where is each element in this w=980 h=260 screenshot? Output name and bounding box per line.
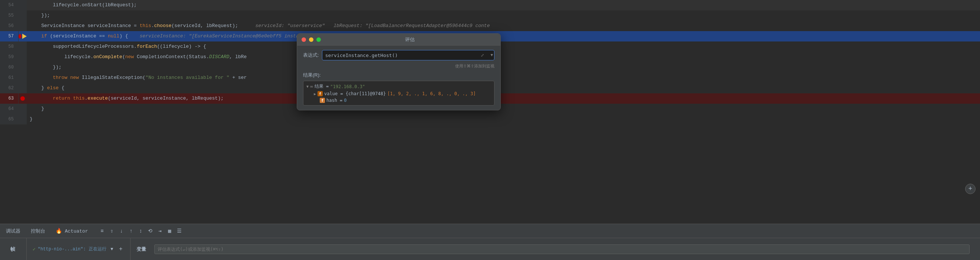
line-gutter (19, 41, 27, 52)
line-gutter (19, 10, 27, 21)
line-content: }); (27, 62, 980, 73)
line-gutter (19, 0, 27, 10)
toolbar-download-icon[interactable]: ↓ (118, 227, 125, 235)
dropdown-icon[interactable]: ▼ (490, 53, 493, 57)
line-content: } (27, 114, 980, 124)
line-content: return this.execute(serviceId, serviceIn… (27, 94, 980, 104)
expand-icon[interactable]: ⤢ (481, 53, 484, 58)
actuator-icon: 🔥 (56, 228, 62, 234)
toolbar-up-icon[interactable]: ⇧ (108, 227, 115, 235)
result-label: 结果(R): (303, 72, 495, 79)
line-number: 54 (0, 0, 19, 10)
add-frame-button[interactable]: + (118, 246, 124, 253)
table-row: 65 } (0, 114, 980, 124)
infinity-icon: ∞ (310, 84, 313, 89)
line-number: 61 (0, 73, 19, 83)
line-number: 62 (0, 83, 19, 94)
toolbar-grid-icon[interactable]: ▦ (166, 227, 173, 235)
result-hash-row: f hash = 0 (306, 98, 491, 103)
bottom-toolbar: 调试器 控制台 🔥 Actuator ≡ ⇧ ↓ ↑ ↕ ⟲ ⇥ ▦ ☰ (0, 224, 980, 238)
frames-label: 帧 (5, 238, 27, 260)
expr-input-wrap: ⤢ ▼ (322, 50, 495, 60)
debug-bar: 帧 ✓ "http-nio-...ain": 正在运行 ▼ + 变量 (0, 238, 980, 260)
line-number: 56 (0, 21, 19, 31)
field-r-icon: f (318, 91, 323, 96)
result-value-row: ▶ f value = {char[11]@9748} [1, 9, 2, .,… (306, 91, 491, 96)
line-gutter (19, 114, 27, 124)
eval-dialog-title: 评估 (324, 36, 496, 43)
line-content: } else { (27, 83, 980, 94)
line-gutter (19, 73, 27, 83)
table-row: 56 ServiceInstance serviceInstance = thi… (0, 21, 980, 31)
hash-value: 0 (344, 98, 347, 103)
toolbar-icons: ≡ ⇧ ↓ ↑ ↕ ⟲ ⇥ ▦ ☰ (98, 227, 183, 235)
toolbar-next-icon[interactable]: ⇥ (156, 227, 164, 235)
debug-vars-input[interactable] (154, 244, 970, 254)
line-number: 57 (0, 31, 19, 41)
result-root-row: ▼ ∞ 结果 = "192.168.0.3" (306, 83, 491, 90)
tab-actuator[interactable]: 🔥 Actuator (52, 226, 91, 236)
toolbar-reset-icon[interactable]: ⟲ (146, 227, 154, 235)
eval-titlebar: 评估 (297, 34, 500, 46)
toolbar-list-icon[interactable]: ☰ (175, 227, 183, 235)
line-content: supportedLifecycleProcessors.forEach((li… (27, 41, 980, 52)
line-number: 65 (0, 114, 19, 124)
frame-row: ✓ "http-nio-...ain": 正在运行 ▼ + (33, 246, 124, 253)
line-content: lifecycle.onStart(lbRequest); (27, 0, 980, 10)
breakpoint-icon (21, 96, 25, 101)
debug-frames: ✓ "http-nio-...ain": 正在运行 ▼ + (27, 238, 130, 260)
line-content: lifecycle.onComplete(new CompletionConte… (27, 52, 980, 62)
code-editor: 54 lifecycle.onStart(lbRequest); 55 }); … (0, 0, 980, 224)
line-number: 63 (0, 94, 19, 104)
tab-debugger[interactable]: 调试器 (3, 226, 23, 236)
line-content: throw new IllegalStateException("No inst… (27, 73, 980, 83)
debug-arrow-icon (22, 34, 27, 39)
expr-row: 表达式: ⤢ ▼ (303, 50, 495, 60)
line-gutter (19, 104, 27, 114)
line-gutter (19, 94, 27, 104)
line-number: 55 (0, 10, 19, 21)
add-watch-button[interactable]: + (965, 184, 975, 194)
line-content: }); (27, 10, 980, 21)
check-icon: ✓ (33, 246, 36, 252)
line-content: ServiceInstance serviceInstance = this.c… (27, 21, 980, 31)
maximize-button[interactable] (317, 37, 321, 42)
table-row: 54 lifecycle.onStart(lbRequest); (0, 0, 980, 10)
expr-input[interactable] (322, 50, 495, 60)
debug-vars-section: 变量 (130, 238, 975, 260)
line-gutter (19, 21, 27, 31)
collapse-arrow-icon[interactable]: ▼ (306, 84, 309, 89)
breakpoint-icon (19, 34, 22, 38)
toolbar-menu-icon[interactable]: ≡ (98, 227, 106, 235)
line-gutter (19, 83, 27, 94)
line-number: 58 (0, 41, 19, 52)
line-number: 60 (0, 62, 19, 73)
minimize-button[interactable] (309, 37, 313, 42)
line-number: 64 (0, 104, 19, 114)
table-row: 55 }); (0, 10, 980, 21)
filter-button[interactable]: ▼ (109, 246, 115, 253)
expr-label: 表达式: (303, 52, 319, 59)
frame-name: "http-nio-...ain": 正在运行 (38, 246, 107, 252)
tab-console[interactable]: 控制台 (28, 226, 48, 236)
value-key: value = {char[11]@9748} (324, 91, 386, 96)
line-gutter (19, 31, 27, 41)
expand-arrow-icon[interactable]: ▶ (314, 92, 316, 96)
eval-hint: 使用⇧⌘⇧添加到监视 (303, 63, 495, 69)
line-gutter (19, 62, 27, 73)
result-key: 结果 = (315, 83, 329, 90)
value-array: [1, 9, 2, ., 1, 6, 8, ., 0, ., 3] (387, 91, 476, 96)
line-gutter (19, 52, 27, 62)
field-f-icon: f (320, 98, 325, 103)
toolbar-upload-icon[interactable]: ↑ (127, 227, 135, 235)
line-content: if (serviceInstance == null) { serviceIn… (27, 31, 980, 41)
eval-dialog-body: 表达式: ⤢ ▼ 使用⇧⌘⇧添加到监视 结果(R): ▼ ∞ 结果 = " (297, 46, 500, 110)
hash-key: hash = (326, 98, 342, 103)
vars-label: 变量 (137, 246, 151, 253)
actuator-label: Actuator (65, 228, 88, 234)
result-area: ▼ ∞ 结果 = "192.168.0.3" ▶ f value = {char… (303, 81, 495, 106)
eval-dialog: 评估 表达式: ⤢ ▼ 使用⇧⌘⇧添加到监视 结果(R): ▼ (297, 33, 501, 110)
toolbar-stepover-icon[interactable]: ↕ (137, 227, 144, 235)
line-number: 59 (0, 52, 19, 62)
close-button[interactable] (302, 37, 306, 42)
